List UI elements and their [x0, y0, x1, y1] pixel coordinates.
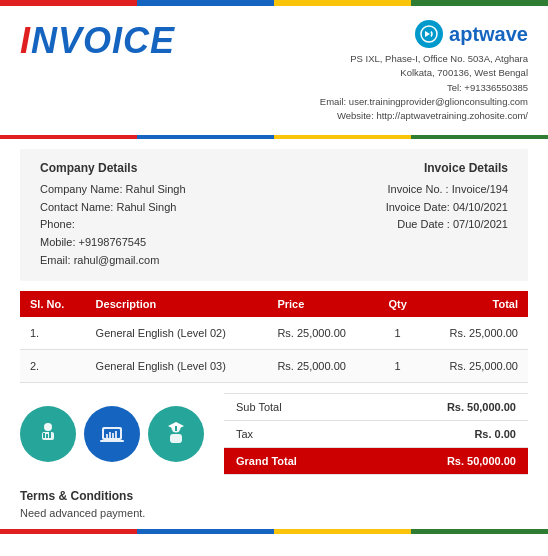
invoice-no: Invoice No. : Invoice/194: [386, 181, 508, 199]
terms-text: Need advanced payment.: [20, 507, 528, 519]
svg-rect-10: [106, 434, 108, 438]
email: Email: rahul@gmail.com: [40, 252, 186, 270]
sub-total-value: Rs. 50,000.00: [369, 394, 528, 421]
tax-row: Tax Rs. 0.00: [224, 421, 528, 448]
presentation-icon: [33, 419, 63, 449]
sub-total-row: Sub Total Rs. 50,000.00: [224, 394, 528, 421]
bottom-bar-green: [411, 529, 548, 534]
phone: Phone:: [40, 216, 186, 234]
logo-area: aptwave PS IXL, Phase-I, Office No. 503A…: [320, 20, 528, 123]
invoice-title: INVOICE: [20, 20, 175, 62]
table-row: 2. General English (Level 03) Rs. 25,000…: [20, 350, 528, 383]
title-rest: NVOICE: [31, 20, 175, 61]
mobile: Mobile: +9198767545: [40, 234, 186, 252]
address-line2: Kolkata, 700136, West Bengal: [320, 66, 528, 80]
logo-wave: wave: [479, 23, 528, 45]
email-value: user.trainingprovider@glionconsulting.co…: [349, 96, 528, 107]
svg-rect-5: [46, 434, 48, 438]
title-letter-i: I: [20, 20, 31, 61]
website-line: Website: http://aptwavetraining.zohosite…: [320, 109, 528, 123]
divider-green: [411, 135, 548, 139]
col-price: Price: [267, 291, 374, 317]
invoice-details: Invoice Details Invoice No. : Invoice/19…: [386, 161, 508, 269]
cell-total: Rs. 25,000.00: [421, 317, 528, 350]
color-bar-yellow: [274, 0, 411, 6]
grand-total-label: Grand Total: [224, 448, 369, 475]
invoice-title-area: INVOICE: [20, 20, 175, 62]
graduate-icon: [159, 417, 193, 451]
invoice-details-heading: Invoice Details: [386, 161, 508, 175]
contact-name: Contact Name: Rahul Singh: [40, 199, 186, 217]
due-date: Due Date : 07/10/2021: [386, 216, 508, 234]
terms-heading: Terms & Conditions: [20, 489, 528, 503]
svg-rect-6: [49, 432, 51, 438]
col-description: Description: [86, 291, 268, 317]
tel-line: Tel: +91336550385: [320, 81, 528, 95]
divider-bar: [0, 135, 548, 139]
terms-section: Terms & Conditions Need advanced payment…: [20, 489, 528, 519]
tax-label: Tax: [224, 421, 369, 448]
grand-total-value: Rs. 50,000.00: [369, 448, 528, 475]
color-bar-red: [0, 0, 137, 6]
company-address: PS IXL, Phase-I, Office No. 503A, Atghar…: [320, 52, 528, 123]
address-line1: PS IXL, Phase-I, Office No. 503A, Atghar…: [320, 52, 528, 66]
cell-price: Rs. 25,000.00: [267, 350, 374, 383]
cell-sl-no: 2.: [20, 350, 86, 383]
divider-red: [0, 135, 137, 139]
cell-total: Rs. 25,000.00: [421, 350, 528, 383]
svg-rect-14: [100, 440, 124, 442]
bottom-color-bar: [0, 529, 548, 534]
summary-table: Sub Total Rs. 50,000.00 Tax Rs. 0.00 Gra…: [224, 393, 528, 475]
laptop-icon: [95, 417, 129, 451]
logo-box: aptwave: [320, 20, 528, 48]
table-row: 1. General English (Level 02) Rs. 25,000…: [20, 317, 528, 350]
bottom-bar-yellow: [274, 529, 411, 534]
company-details-heading: Company Details: [40, 161, 186, 175]
cell-price: Rs. 25,000.00: [267, 317, 374, 350]
divider-blue: [137, 135, 274, 139]
table-header-row: Sl. No. Description Price Qty Total: [20, 291, 528, 317]
col-qty: Qty: [374, 291, 420, 317]
tax-value: Rs. 0.00: [369, 421, 528, 448]
cell-qty: 1: [374, 350, 420, 383]
email-label: Email:: [320, 96, 346, 107]
invoice-date: Invoice Date: 04/10/2021: [386, 199, 508, 217]
email-line: Email: user.trainingprovider@glionconsul…: [320, 95, 528, 109]
svg-point-7: [44, 423, 52, 431]
logo-text: aptwave: [449, 23, 528, 46]
header: INVOICE aptwave PS IXL, Phase-I, Office …: [0, 6, 548, 131]
svg-rect-11: [109, 432, 111, 438]
details-section: Company Details Company Name: Rahul Sing…: [20, 149, 528, 281]
graduate-icon-circle: [148, 406, 204, 462]
color-bar-green: [411, 0, 548, 6]
laptop-icon-circle: [84, 406, 140, 462]
top-color-bar: [0, 0, 548, 6]
sound-icon: [420, 25, 438, 43]
cell-sl-no: 1.: [20, 317, 86, 350]
website-value: http://aptwavetraining.zohosite.com/: [376, 110, 528, 121]
bottom-section: Sub Total Rs. 50,000.00 Tax Rs. 0.00 Gra…: [20, 393, 528, 475]
grand-total-row: Grand Total Rs. 50,000.00: [224, 448, 528, 475]
website-label: Website:: [337, 110, 374, 121]
icons-area: [20, 393, 204, 475]
bottom-bar-blue: [137, 529, 274, 534]
svg-rect-18: [175, 426, 177, 431]
cell-qty: 1: [374, 317, 420, 350]
divider-yellow: [274, 135, 411, 139]
svg-rect-13: [115, 431, 117, 438]
logo-apt: apt: [449, 23, 479, 45]
svg-rect-4: [43, 433, 45, 438]
presentation-icon-circle: [20, 406, 76, 462]
col-sl-no: Sl. No.: [20, 291, 86, 317]
color-bar-blue: [137, 0, 274, 6]
cell-description: General English (Level 03): [86, 350, 268, 383]
logo-icon: [415, 20, 443, 48]
company-name: Company Name: Rahul Singh: [40, 181, 186, 199]
company-details: Company Details Company Name: Rahul Sing…: [40, 161, 186, 269]
sub-total-label: Sub Total: [224, 394, 369, 421]
col-total: Total: [421, 291, 528, 317]
cell-description: General English (Level 02): [86, 317, 268, 350]
invoice-table: Sl. No. Description Price Qty Total 1. G…: [20, 291, 528, 383]
svg-rect-12: [112, 433, 114, 438]
bottom-bar-red: [0, 529, 137, 534]
